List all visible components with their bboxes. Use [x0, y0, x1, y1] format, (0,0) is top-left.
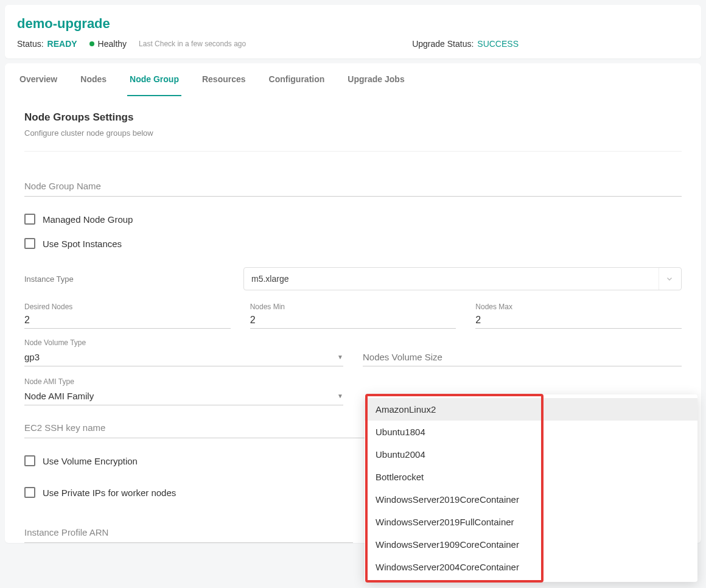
nodes-volume-size-input[interactable] [363, 348, 682, 366]
upgrade-status-label: Upgrade Status: [412, 39, 474, 49]
tab-node-group[interactable]: Node Group [127, 63, 181, 96]
upgrade-status-block: Upgrade Status: SUCCESS [412, 39, 689, 49]
managed-node-group-label: Managed Node Group [43, 214, 133, 225]
health-block: Healthy [89, 39, 127, 49]
dropdown-option[interactable]: WindowsServer2019CoreContainer [365, 488, 697, 511]
node-group-name-field-wrap [24, 176, 682, 197]
managed-node-group-row: Managed Node Group [24, 214, 682, 225]
cluster-header: demo-upgrade Status: READY Healthy Last … [5, 5, 701, 58]
instance-type-label: Instance Type [24, 275, 231, 284]
dropdown-option[interactable]: Ubuntu1804 [365, 421, 697, 443]
ami-family-dropdown: AmazonLinux2 Ubuntu1804 Ubuntu2004 Bottl… [365, 394, 697, 582]
instance-type-select[interactable]: m5.xlarge [243, 267, 682, 290]
nodes-max-input[interactable] [475, 312, 682, 329]
dropdown-option[interactable]: WindowsServer2004CoreContainer [365, 556, 697, 578]
instance-type-row: Instance Type m5.xlarge [24, 267, 682, 290]
nodes-max-col: Nodes Max [475, 303, 682, 329]
node-volume-type-value: gp3 [24, 352, 40, 362]
status-block: Status: READY [17, 39, 77, 49]
caret-down-icon: ▼ [337, 393, 343, 399]
node-ami-family-value: Node AMI Family [24, 391, 94, 401]
instance-profile-arn-wrap [24, 522, 353, 543]
status-value: READY [47, 39, 77, 49]
node-counts-row: Desired Nodes Nodes Min Nodes Max [24, 303, 682, 329]
node-ami-type-label: Node AMI Type [24, 377, 343, 386]
volume-row: Node Volume Type gp3 ▼ [24, 338, 682, 366]
node-group-name-input[interactable] [24, 176, 682, 197]
use-spot-instances-row: Use Spot Instances [24, 238, 682, 249]
health-text: Healthy [98, 39, 127, 49]
use-private-ips-checkbox[interactable] [24, 487, 35, 498]
use-private-ips-label: Use Private IPs for worker nodes [43, 488, 176, 498]
nodes-volume-size-col [363, 338, 682, 366]
dropdown-option[interactable]: WindowsServer1909CoreContainer [365, 533, 697, 556]
settings-header: Node Groups Settings Configure cluster n… [5, 97, 701, 176]
use-volume-encryption-checkbox[interactable] [24, 455, 35, 466]
section-divider [24, 151, 682, 152]
tab-upgrade-jobs[interactable]: Upgrade Jobs [345, 63, 407, 96]
status-row: Status: READY Healthy Last Check in a fe… [17, 39, 689, 49]
chevron-down-icon [659, 268, 674, 290]
node-ami-family-select[interactable]: Node AMI Family ▼ [24, 387, 343, 405]
desired-nodes-input[interactable] [24, 312, 231, 329]
nodes-min-label: Nodes Min [250, 303, 456, 311]
instance-type-value: m5.xlarge [251, 274, 288, 284]
node-ami-type-col: Node AMI Type Node AMI Family ▼ [24, 377, 343, 405]
node-volume-type-col: Node Volume Type gp3 ▼ [24, 338, 343, 366]
dropdown-option[interactable]: Ubuntu2004 [365, 443, 697, 466]
dropdown-option[interactable]: Bottlerocket [365, 466, 697, 488]
managed-node-group-checkbox[interactable] [24, 214, 35, 225]
node-volume-type-label: Node Volume Type [24, 338, 343, 347]
tab-overview[interactable]: Overview [17, 63, 60, 96]
instance-profile-arn-input[interactable] [24, 522, 353, 543]
use-spot-instances-label: Use Spot Instances [43, 239, 122, 249]
health-dot-icon [89, 41, 94, 46]
status-label: Status: [17, 39, 44, 49]
upgrade-status-value: SUCCESS [477, 39, 519, 49]
desired-nodes-col: Desired Nodes [24, 303, 231, 329]
tab-resources[interactable]: Resources [200, 63, 248, 96]
tab-configuration[interactable]: Configuration [267, 63, 327, 96]
last-check-text: Last Check in a few seconds ago [139, 40, 246, 48]
use-volume-encryption-label: Use Volume Encryption [43, 456, 138, 466]
nodes-min-input[interactable] [250, 312, 456, 329]
nodes-min-col: Nodes Min [250, 303, 456, 329]
settings-title: Node Groups Settings [24, 111, 682, 124]
use-spot-instances-checkbox[interactable] [24, 238, 35, 249]
dropdown-option[interactable]: WindowsServer2019FullContainer [365, 511, 697, 533]
cluster-title[interactable]: demo-upgrade [17, 16, 689, 32]
node-volume-type-select[interactable]: gp3 ▼ [24, 348, 343, 366]
nodes-max-label: Nodes Max [475, 303, 682, 311]
dropdown-option[interactable]: AmazonLinux2 [365, 398, 697, 421]
tabs-bar: Overview Nodes Node Group Resources Conf… [5, 63, 701, 97]
settings-desc: Configure cluster node groups below [24, 128, 682, 138]
caret-down-icon: ▼ [337, 354, 343, 360]
tab-nodes[interactable]: Nodes [78, 63, 109, 96]
desired-nodes-label: Desired Nodes [24, 303, 231, 311]
